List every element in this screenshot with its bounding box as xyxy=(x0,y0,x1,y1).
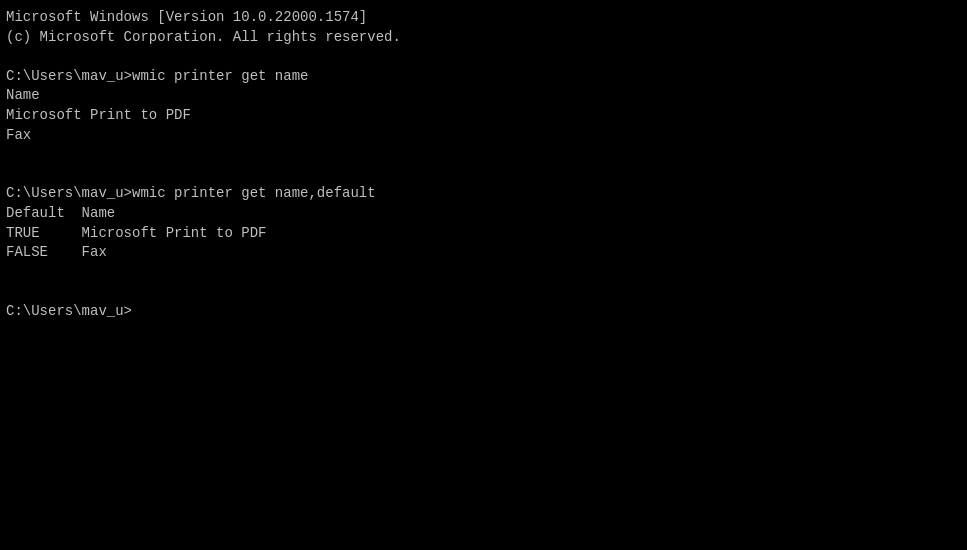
terminal-line-3 xyxy=(6,47,961,67)
terminal-line-4: C:\Users\mav_u>wmic printer get name xyxy=(6,67,961,87)
terminal-line-5: Name xyxy=(6,86,961,106)
terminal-line-9 xyxy=(6,165,961,185)
terminal-window[interactable]: Microsoft Windows [Version 10.0.22000.15… xyxy=(0,0,967,550)
terminal-line-1: Microsoft Windows [Version 10.0.22000.15… xyxy=(6,8,961,28)
terminal-line-12: TRUE Microsoft Print to PDF xyxy=(6,224,961,244)
terminal-line-10: C:\Users\mav_u>wmic printer get name,def… xyxy=(6,184,961,204)
terminal-line-11: Default Name xyxy=(6,204,961,224)
terminal-prompt[interactable]: C:\Users\mav_u> xyxy=(6,302,961,322)
terminal-line-14 xyxy=(6,263,961,283)
terminal-line-8 xyxy=(6,145,961,165)
terminal-line-7: Fax xyxy=(6,126,961,146)
terminal-line-2: (c) Microsoft Corporation. All rights re… xyxy=(6,28,961,48)
terminal-line-13: FALSE Fax xyxy=(6,243,961,263)
terminal-line-6: Microsoft Print to PDF xyxy=(6,106,961,126)
terminal-line-15 xyxy=(6,282,961,302)
